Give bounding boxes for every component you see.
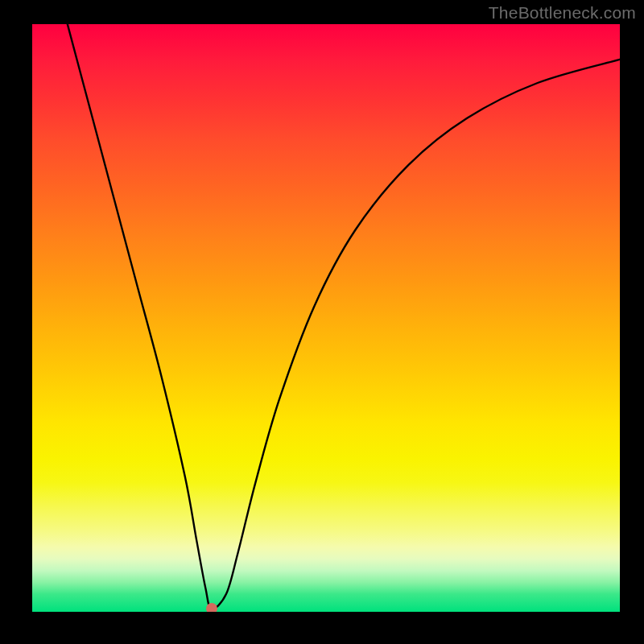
plot-area: [32, 24, 620, 612]
bottleneck-curve-path: [68, 24, 620, 609]
chart-frame: TheBottleneck.com: [0, 0, 644, 644]
curve-layer: [32, 24, 620, 612]
optimal-point-marker: [206, 603, 217, 612]
watermark-text: TheBottleneck.com: [489, 3, 636, 23]
